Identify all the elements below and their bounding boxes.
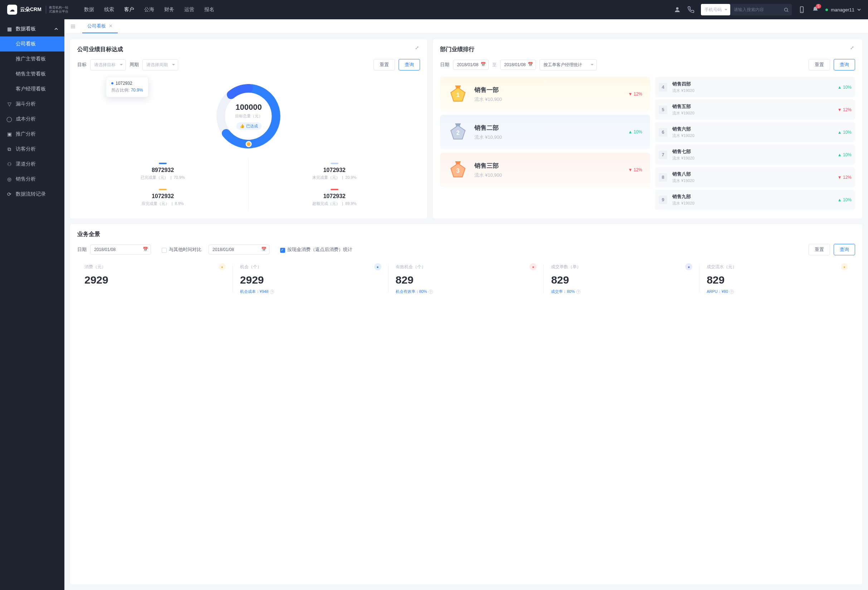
help-icon[interactable]: ?: [729, 290, 734, 294]
svg-point-0: [676, 7, 679, 10]
rank-number: 8: [659, 173, 667, 182]
reset-button[interactable]: 重置: [809, 59, 830, 71]
sidebar-item[interactable]: ◯成本分析: [0, 112, 64, 127]
rank-number: 5: [659, 106, 667, 114]
rank-number: 4: [659, 83, 667, 91]
logo-mark-icon: ☁: [7, 4, 17, 15]
brand-tagline: 教育机构一站 式服务云平台: [46, 6, 68, 13]
card-overview: 业务全景 日期 2018/01/08📅 与其他时间对比 2018/01/08📅 …: [70, 224, 862, 584]
cash-checkbox[interactable]: 按现金消费（返点后消费）统计: [280, 246, 353, 253]
date-1[interactable]: 2018/01/08📅: [90, 244, 151, 255]
search-button[interactable]: [780, 4, 792, 15]
sidebar-sub-item[interactable]: 销售主管看板: [0, 66, 64, 81]
phone-icon[interactable]: [687, 6, 694, 13]
nav-icon: ⧉: [6, 146, 12, 152]
topnav: 数据线索客户公海财务运营报名: [84, 6, 214, 13]
rank-row: 4销售四部流水 ¥19020▲ 10%: [655, 77, 855, 97]
label-period: 周期: [130, 62, 139, 68]
rank-number: 6: [659, 128, 667, 137]
delta-badge: ▼ 12%: [838, 107, 852, 112]
topbar: ☁ 云朵CRM 教育机构一站 式服务云平台 数据线索客户公海财务运营报名 手机号…: [0, 0, 868, 19]
help-icon[interactable]: ?: [270, 290, 274, 294]
topnav-item[interactable]: 财务: [164, 6, 174, 13]
mobile-icon[interactable]: [798, 6, 805, 13]
podium-card: 2销售二部流水 ¥10,900▲ 10%: [440, 115, 650, 149]
logo[interactable]: ☁ 云朵CRM 教育机构一站 式服务云平台: [7, 4, 68, 15]
svg-text:3: 3: [456, 168, 460, 174]
bell-icon[interactable]: 5: [812, 6, 819, 13]
podium-card: 3销售三部流水 ¥10,900▼ 12%: [440, 153, 650, 187]
expand-icon[interactable]: ⤢: [415, 45, 421, 51]
topnav-item[interactable]: 客户: [124, 6, 134, 13]
medal-icon: 3: [448, 160, 468, 180]
select-target[interactable]: 请选择目标: [90, 59, 126, 71]
topnav-item[interactable]: 运营: [184, 6, 194, 13]
search-type-select[interactable]: 手机号码: [701, 4, 730, 15]
donut-label: 目标总量（元）: [235, 113, 263, 119]
donut-value: 100000: [235, 103, 261, 112]
rank-number: 7: [659, 150, 667, 159]
expand-icon[interactable]: ⤢: [850, 45, 856, 51]
sidebar-item[interactable]: ⟳数据流转记录: [0, 187, 64, 202]
overview-item: 有效机会（个）●829机会有效率：80% ?: [388, 262, 544, 296]
sidebar-sub-item[interactable]: 推广主管看板: [0, 51, 64, 66]
burger-icon[interactable]: [69, 22, 77, 31]
help-icon[interactable]: ?: [429, 290, 433, 294]
rank-row: 5销售五部流水 ¥19020▼ 12%: [655, 99, 855, 120]
metric-icon: ●: [530, 263, 537, 270]
card-goal: ⤢ 公司业绩目标达成 目标 请选择目标 周期 请选择周期 重置 查询: [70, 39, 427, 218]
svg-point-1: [784, 8, 787, 11]
nav-icon: ⚇: [6, 161, 12, 167]
topnav-item[interactable]: 报名: [204, 6, 214, 13]
goal-title: 公司业绩目标达成: [77, 46, 420, 53]
date-from[interactable]: 2018/01/08📅: [453, 60, 489, 70]
calendar-icon: 📅: [143, 247, 148, 252]
select-period[interactable]: 请选择周期: [142, 59, 178, 71]
sidebar-item[interactable]: ◎销售分析: [0, 172, 64, 187]
select-stat-by[interactable]: 按工单客户经理统计: [540, 59, 597, 71]
reset-button[interactable]: 重置: [373, 59, 395, 71]
topnav-item[interactable]: 数据: [84, 6, 94, 13]
search-input[interactable]: [730, 7, 780, 12]
user-icon[interactable]: [674, 6, 681, 13]
overview-item: 成交流水（元）●829ARPU：¥80 ?: [700, 262, 855, 296]
query-button[interactable]: 查询: [399, 59, 420, 71]
sidebar-sub-item[interactable]: 公司看板: [0, 37, 64, 51]
goal-stat: 1072932超额完成（元） | 89.9%: [249, 184, 420, 210]
topnav-item[interactable]: 线索: [104, 6, 114, 13]
metric-icon: ●: [685, 263, 692, 270]
topnav-item[interactable]: 公海: [144, 6, 154, 13]
delta-badge: ▲ 10%: [838, 152, 852, 157]
medal-icon: 1: [448, 84, 468, 104]
label-date: 日期: [440, 62, 449, 68]
user-menu[interactable]: manager11: [825, 7, 861, 13]
metric-icon: ●: [218, 263, 226, 270]
chevron-down-icon: [857, 8, 861, 12]
dashboard-icon: ▦: [6, 26, 12, 32]
donut-badge: 👍已达成: [236, 122, 261, 130]
rank-row: 7销售七部流水 ¥19020▲ 10%: [655, 144, 855, 165]
overview-title: 业务全景: [77, 231, 855, 238]
sidebar-item[interactable]: ▣推广分析: [0, 127, 64, 141]
sidebar-item[interactable]: ⚇渠道分析: [0, 157, 64, 172]
delta-badge: ▼ 12%: [628, 167, 642, 172]
date-2[interactable]: 2018/01/08📅: [208, 244, 269, 255]
sidebar-sub-item[interactable]: 客户经理看板: [0, 81, 64, 97]
sidebar-item[interactable]: ⧉访客分析: [0, 141, 64, 157]
reset-button[interactable]: 重置: [809, 244, 830, 255]
close-icon[interactable]: ✕: [109, 23, 113, 29]
sidebar-header-dashboards[interactable]: ▦数据看板: [0, 21, 64, 37]
help-icon[interactable]: ?: [576, 290, 580, 294]
username: manager11: [831, 7, 855, 13]
rank-number: 9: [659, 196, 667, 204]
tab-company-board[interactable]: 公司看板 ✕: [82, 19, 118, 33]
query-button[interactable]: 查询: [834, 244, 855, 255]
sidebar-item[interactable]: ▽漏斗分析: [0, 97, 64, 112]
rank-row: 6销售六部流水 ¥19020▲ 10%: [655, 122, 855, 142]
date-to[interactable]: 2018/01/08📅: [500, 60, 536, 70]
goal-stat: 1072932未完成量（元） | 20.9%: [249, 158, 420, 184]
thumb-icon: 👍: [240, 124, 245, 128]
overview-item: 机会（个）●2929机会成本：¥948 ?: [233, 262, 388, 296]
query-button[interactable]: 查询: [834, 59, 855, 71]
compare-checkbox[interactable]: 与其他时间对比: [162, 246, 201, 253]
